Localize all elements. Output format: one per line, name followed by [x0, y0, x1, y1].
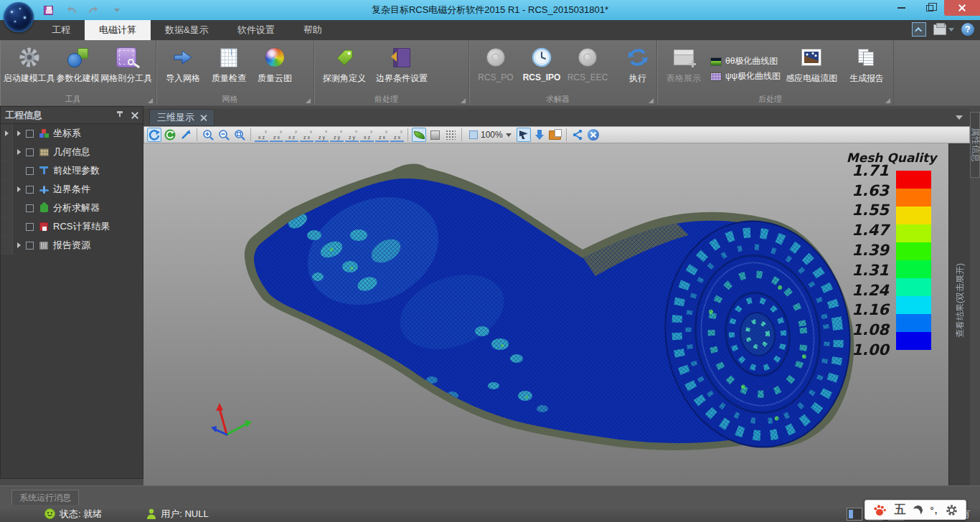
text-T-icon: [37, 166, 50, 175]
parametric-modeling-button[interactable]: 参数化建模: [56, 43, 100, 86]
property-info-tab[interactable]: 属性信息: [970, 112, 980, 178]
zoom-fit-button[interactable]: [232, 128, 247, 142]
checkbox[interactable]: [26, 130, 34, 138]
undo-button[interactable]: [65, 4, 77, 16]
spin-button[interactable]: [163, 128, 177, 142]
probe-angle-define-button[interactable]: 探测角定义: [319, 43, 370, 86]
solver-rcs-ipo-button[interactable]: RCS_IPO: [519, 43, 564, 84]
tab-3d-display[interactable]: 三维显示: [149, 109, 215, 126]
shaded-view-button[interactable]: [412, 128, 426, 142]
drop-down-view-button[interactable]: [532, 128, 547, 142]
mesh-partition-tool-button[interactable]: 网格剖分工具: [102, 43, 152, 86]
ime-settings-gear-icon[interactable]: [946, 504, 958, 516]
tab-data-display[interactable]: 数据&显示: [151, 20, 223, 40]
execute-button[interactable]: 执行: [616, 43, 660, 86]
expand-icon[interactable]: [17, 242, 21, 248]
dialog-launcher-icon[interactable]: [649, 98, 654, 103]
view-preset-5-button[interactable]: xz y: [315, 128, 329, 142]
checkbox[interactable]: [26, 223, 34, 231]
theta-polarization-curve-button[interactable]: θθ极化曲线图: [710, 55, 781, 67]
expand-icon[interactable]: [17, 130, 21, 136]
tree-item-preprocess-params[interactable]: 前处理参数: [1, 161, 143, 180]
view-preset-2-button[interactable]: yz x: [270, 128, 283, 142]
expand-icon[interactable]: [17, 186, 21, 192]
close-view-button[interactable]: [586, 128, 600, 142]
zoom-out-button[interactable]: [217, 128, 231, 142]
save-button[interactable]: [42, 4, 55, 16]
restore-button[interactable]: [915, 0, 944, 16]
ime-fullwidth-moon-icon[interactable]: [913, 504, 924, 516]
tab-software-settings[interactable]: 软件设置: [223, 20, 289, 40]
snapshot-button[interactable]: [548, 128, 562, 142]
select-mode-button[interactable]: [517, 128, 531, 142]
import-mesh-button[interactable]: 导入网格: [161, 43, 205, 86]
generate-report-button[interactable]: 生成报告: [844, 43, 889, 86]
view-preset-9-button[interactable]: yz x: [375, 128, 389, 142]
close-tab-icon[interactable]: [200, 115, 207, 121]
checkbox[interactable]: [26, 186, 34, 194]
tree-item-geometry-info[interactable]: 几何信息: [1, 143, 143, 161]
tab-project[interactable]: 工程: [37, 20, 85, 40]
view-preset-4-button[interactable]: yz x: [300, 128, 314, 142]
close-button[interactable]: [944, 0, 980, 16]
launch-modeling-tool-button[interactable]: 启动建模工具: [4, 43, 55, 86]
flat-view-button[interactable]: [428, 128, 442, 142]
view-preset-3-button[interactable]: yx z: [285, 128, 298, 142]
zoom-in-button[interactable]: [201, 128, 215, 142]
view-preset-7-button[interactable]: xz y: [345, 128, 359, 142]
dialog-launcher-icon[interactable]: [148, 98, 153, 103]
expand-icon[interactable]: [17, 149, 21, 155]
checkbox[interactable]: [26, 204, 34, 212]
tree-item-analysis-solver[interactable]: 分析求解器: [1, 199, 143, 217]
checkbox[interactable]: [26, 242, 34, 250]
psi-polarization-curve-button[interactable]: ψψ极化曲线图: [710, 70, 781, 82]
dialog-launcher-icon[interactable]: [306, 98, 311, 103]
tab-help[interactable]: 帮助: [289, 20, 336, 40]
chevron-up-icon: [915, 27, 922, 34]
ime-mode-button[interactable]: 五: [895, 503, 906, 518]
view-preset-6-button[interactable]: xz y: [330, 128, 344, 142]
view-preset-8-button[interactable]: yx z: [360, 128, 374, 142]
boundary-icon: [37, 186, 50, 194]
style-switcher-button[interactable]: [933, 24, 954, 35]
collapse-ribbon-button[interactable]: [912, 22, 926, 37]
tag-icon: [334, 44, 354, 70]
pin-icon[interactable]: [117, 111, 123, 120]
close-icon[interactable]: [131, 112, 138, 119]
redo-button[interactable]: [88, 4, 100, 16]
tab-list-dropdown-icon[interactable]: [956, 115, 963, 120]
orbit-rotate-button[interactable]: [147, 128, 161, 142]
zoom-level-select[interactable]: 100%: [466, 128, 515, 142]
minimize-button[interactable]: [887, 0, 915, 16]
tree-item-coordinate-system[interactable]: 坐标系: [1, 124, 143, 143]
quality-cloud-map-button[interactable]: 质量云图: [253, 43, 297, 86]
layout-left-pane-button[interactable]: [847, 508, 862, 521]
tab-em-compute[interactable]: 电磁计算: [85, 20, 151, 40]
points-view-button[interactable]: [443, 128, 458, 142]
ribbon-tab-bar: 工程 电磁计算 数据&显示 软件设置 帮助 ?: [0, 20, 980, 40]
group-label-postprocess: 后处理: [657, 94, 883, 105]
view-preset-10-button[interactable]: yz x: [390, 128, 404, 142]
view-preset-1-button[interactable]: yx z: [255, 128, 268, 142]
dialog-launcher-icon[interactable]: [885, 98, 890, 103]
viewport-3d[interactable]: Mesh Quality 1.71 1.63 1.55 1.47 1.39 1.…: [143, 143, 948, 485]
results-side-tab[interactable]: 查看结果(双击展开): [948, 143, 970, 485]
induced-current-map-button[interactable]: 感应电磁流图: [785, 43, 838, 86]
checkbox[interactable]: [26, 148, 34, 156]
legend-value: 1.24: [843, 283, 889, 298]
tree-item-report-resources[interactable]: 报告资源: [1, 236, 143, 255]
pan-zoom-button[interactable]: [179, 128, 193, 142]
tree-item-boundary-conditions[interactable]: 边界条件: [1, 180, 143, 199]
checkbox[interactable]: [26, 167, 34, 175]
boundary-condition-settings-button[interactable]: 边界条件设置: [372, 43, 432, 86]
expand-icon[interactable]: [5, 130, 9, 136]
quick-access-dropdown[interactable]: [110, 4, 123, 16]
ime-punctuation-button[interactable]: °,: [930, 505, 938, 516]
quality-check-button[interactable]: 质量检查: [207, 43, 251, 86]
share-view-button[interactable]: [570, 128, 585, 142]
help-button[interactable]: ?: [961, 23, 974, 36]
ime-logo-paw-icon[interactable]: [873, 504, 887, 516]
tree-item-rcs-results[interactable]: RCS计算结果: [1, 217, 143, 236]
system-messages-tab[interactable]: 系统运行消息: [11, 490, 79, 505]
dialog-launcher-icon[interactable]: [461, 98, 466, 103]
